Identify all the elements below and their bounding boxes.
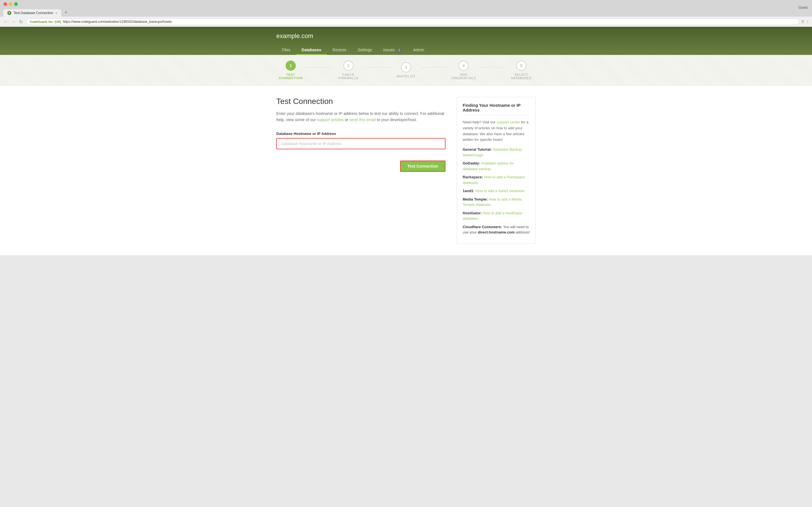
- content-main: Test Connection Enter your database's ho…: [276, 97, 446, 244]
- help-item-cloudflare-suffix: address!: [515, 230, 529, 234]
- step-5[interactable]: 5 SELECT DATABASES: [507, 61, 536, 80]
- step-4-circle: 4: [458, 61, 469, 71]
- page-title: Test Connection: [276, 97, 446, 106]
- step-2-circle: 2: [343, 61, 354, 71]
- help-item-cloudflare-hostname: direct.hostname.com: [478, 230, 515, 234]
- step-connector-3: [420, 67, 449, 68]
- step-4[interactable]: 4 ADD CREDENTIALS: [449, 61, 478, 80]
- field-label: Database Hostname or IP Address: [276, 131, 446, 136]
- minimize-button[interactable]: [9, 2, 12, 6]
- step-2-label: CHECK FIREWALLS: [334, 73, 363, 80]
- tab-close-icon[interactable]: ×: [56, 11, 57, 15]
- help-item-general: General Tutorial: Database Backup Walkth…: [463, 147, 530, 158]
- browser-tab[interactable]: Test Database Connection ×: [3, 9, 61, 17]
- description-suffix: to your developer/host.: [376, 117, 417, 122]
- help-item-mediatemple-label: Media Temple:: [463, 197, 488, 202]
- send-email-link[interactable]: send this email: [349, 117, 375, 122]
- step-connector-1: [305, 67, 334, 68]
- test-connection-button[interactable]: Test Connection: [400, 161, 446, 172]
- forward-button[interactable]: →: [10, 18, 17, 25]
- back-button[interactable]: ←: [2, 18, 9, 25]
- help-item-hostgator-label: HostGator:: [463, 211, 482, 215]
- nav-restore[interactable]: Restore: [327, 45, 352, 55]
- nav-admin[interactable]: Admin: [407, 45, 430, 55]
- help-item-rackspace: Rackspace: How to add a Rackspace databa…: [463, 174, 530, 185]
- new-tab-button[interactable]: +: [62, 8, 70, 17]
- help-item-general-label: General Tutorial:: [463, 147, 492, 152]
- url-input[interactable]: CodeGuard, Inc. [US] https://www.codegua…: [26, 18, 799, 25]
- user-label: Guest: [799, 6, 808, 10]
- help-item-1and1-link[interactable]: How to add a 1and1 database.: [476, 189, 525, 193]
- address-bar: ← → ↻ CodeGuard, Inc. [US] https://www.c…: [0, 17, 812, 27]
- help-item-1and1-label: 1and1:: [463, 189, 474, 193]
- app-header: example.com Files Databases Restore Sett…: [0, 27, 812, 55]
- step-5-label: SELECT DATABASES: [507, 73, 536, 80]
- url-text: https://www.codeguard.com/websites/11983…: [63, 20, 172, 24]
- main-nav: Files Databases Restore Settings Issues …: [276, 45, 536, 55]
- menu-icon[interactable]: ⋮: [806, 19, 810, 24]
- tab-favicon: [7, 11, 11, 15]
- step-1-label: TEST CONNECTION: [276, 73, 305, 80]
- help-item-rackspace-label: Rackspace:: [463, 175, 483, 179]
- help-item-godaddy: GoDaddy: Available options for database …: [463, 161, 530, 172]
- step-connector-4: [478, 67, 507, 68]
- nav-settings[interactable]: Settings: [352, 45, 378, 55]
- help-intro: Need help? Visit our support center for …: [463, 119, 530, 143]
- help-box: Finding Your Hostname or IP Address Need…: [457, 97, 536, 244]
- help-sidebar: Finding Your Hostname or IP Address Need…: [457, 97, 536, 244]
- search-icon[interactable]: ⚲: [801, 19, 804, 24]
- nav-databases[interactable]: Databases: [296, 45, 327, 55]
- support-center-link[interactable]: support center: [497, 120, 520, 124]
- site-name: example.com: [276, 33, 536, 40]
- security-label: CodeGuard, Inc. [US]: [30, 20, 61, 23]
- step-2[interactable]: 2 CHECK FIREWALLS: [334, 61, 363, 80]
- description-middle: or: [344, 117, 349, 122]
- close-button[interactable]: [3, 2, 7, 6]
- step-1-circle: 1: [286, 61, 296, 71]
- steps-bar: 1 TEST CONNECTION 2 CHECK FIREWALLS 3 WH…: [0, 55, 812, 86]
- step-3-label: WHITELIST: [396, 75, 416, 78]
- help-item-cloudflare-label: Cloudflare Customers:: [463, 225, 502, 229]
- step-4-label: ADD CREDENTIALS: [449, 73, 478, 80]
- help-intro-prefix: Need help? Visit our: [463, 120, 497, 124]
- step-3-circle: 3: [401, 62, 411, 72]
- help-item-hostgator: HostGator: How to add a HostGator databa…: [463, 210, 530, 221]
- nav-files[interactable]: Files: [276, 45, 296, 55]
- page-description: Enter your database's hostname or IP add…: [276, 110, 446, 123]
- help-item-godaddy-label: GoDaddy:: [463, 161, 480, 165]
- support-articles-link[interactable]: support articles: [317, 117, 344, 122]
- step-1[interactable]: 1 TEST CONNECTION: [276, 61, 305, 80]
- nav-issues[interactable]: Issues 0: [377, 45, 407, 55]
- reload-button[interactable]: ↻: [18, 18, 24, 25]
- help-item-1and1: 1and1: How to add a 1and1 database.: [463, 188, 530, 194]
- step-3[interactable]: 3 WHITELIST: [392, 62, 420, 78]
- help-item-cloudflare: Cloudflare Customers: You will need to u…: [463, 224, 530, 235]
- issues-badge: 0: [397, 48, 402, 52]
- hostname-input[interactable]: [276, 138, 446, 149]
- step-5-circle: 5: [516, 61, 526, 71]
- main-content: Test Connection Enter your database's ho…: [0, 86, 812, 255]
- maximize-button[interactable]: [14, 2, 18, 6]
- tab-title: Test Database Connection: [13, 11, 53, 15]
- help-box-title: Finding Your Hostname or IP Address: [463, 103, 530, 115]
- step-connector-2: [363, 67, 392, 68]
- help-item-mediatemple: Media Temple: How to add a Media Temple …: [463, 196, 530, 208]
